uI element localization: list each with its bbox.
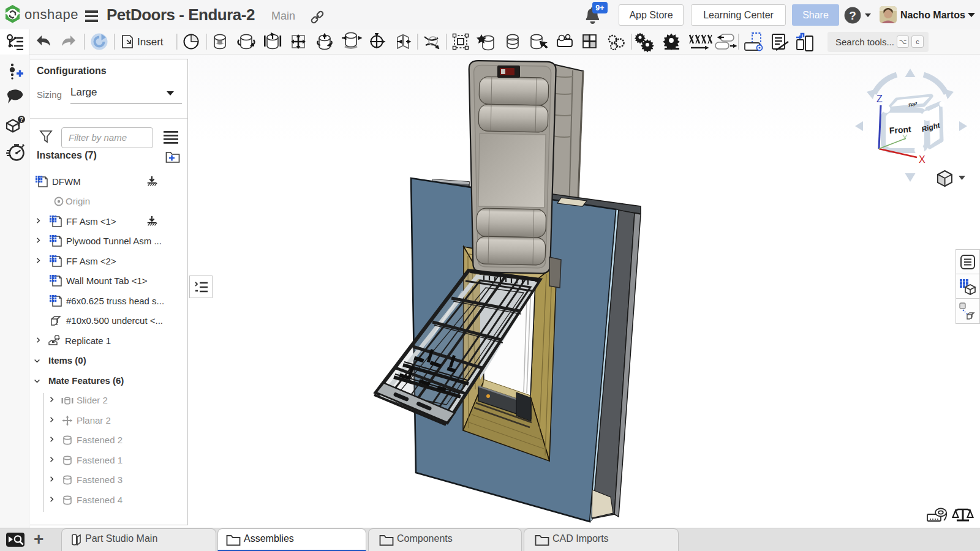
- svg-text:Z: Z: [876, 94, 883, 104]
- svg-text:Front: Front: [889, 124, 911, 135]
- svg-text:Insert: Insert: [137, 36, 164, 48]
- svg-text:X: X: [919, 154, 925, 165]
- svg-text:?: ?: [20, 116, 23, 123]
- svg-text:?: ?: [849, 9, 856, 22]
- svg-text:Y: Y: [902, 133, 908, 142]
- svg-text:9+: 9+: [595, 4, 604, 12]
